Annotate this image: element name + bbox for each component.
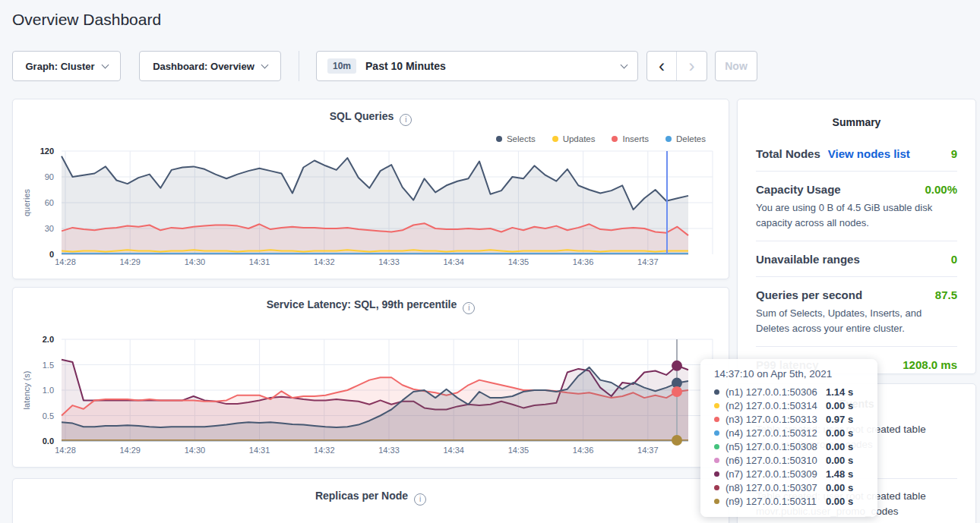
- svg-text:0.0: 0.0: [43, 436, 54, 446]
- time-range-picker[interactable]: 10m Past 10 Minutes: [316, 51, 638, 81]
- node-color-dot-icon: [714, 485, 719, 490]
- p99-latency-value: 1208.0 ms: [903, 358, 957, 371]
- now-button-disabled[interactable]: Now: [715, 51, 757, 81]
- qps-caption: Sum of Selects, Updates, Inserts, and De…: [756, 306, 957, 336]
- svg-text:14:36: 14:36: [573, 257, 594, 266]
- chart-hover-tooltip: 14:37:10 on Apr 5th, 2021 (n1) 127.0.0.1…: [700, 359, 877, 517]
- svg-text:14:31: 14:31: [249, 446, 270, 455]
- qps-value: 87.5: [935, 288, 957, 301]
- svg-text:14:35: 14:35: [508, 446, 530, 455]
- svg-text:14:30: 14:30: [185, 446, 206, 455]
- time-range-badge: 10m: [327, 58, 356, 74]
- svg-text:90: 90: [45, 172, 54, 181]
- time-prev-button[interactable]: ‹: [647, 52, 677, 80]
- svg-text:latency (s): latency (s): [22, 371, 31, 410]
- replicas-per-node-chart-title: Replicas per Nodei: [13, 490, 729, 506]
- svg-text:1.0: 1.0: [43, 386, 54, 395]
- dashboard-dropdown[interactable]: Dashboard: Overview: [139, 51, 281, 81]
- svg-text:30: 30: [45, 224, 54, 233]
- summary-row-total-nodes: Total Nodes View nodes list 9: [756, 136, 957, 172]
- svg-text:14:29: 14:29: [119, 257, 141, 266]
- total-nodes-value: 9: [951, 147, 957, 160]
- svg-text:14:33: 14:33: [378, 446, 400, 455]
- qps-label: Queries per second: [756, 288, 862, 301]
- page-title: Overview Dashboard: [12, 11, 161, 29]
- svg-text:14:28: 14:28: [55, 446, 76, 455]
- svg-text:0.5: 0.5: [43, 411, 54, 421]
- sql-queries-chart-card: SQL Queriesi Selects Updates Inserts Del…: [12, 99, 729, 279]
- svg-text:14:34: 14:34: [443, 257, 464, 266]
- tooltip-row-n4: (n4) 127.0.0.1:503120.00 s: [713, 426, 865, 440]
- tooltip-row-n7: (n7) 127.0.0.1:503091.48 s: [713, 467, 865, 480]
- unavailable-ranges-value: 0: [951, 253, 957, 266]
- svg-text:14:29: 14:29: [119, 446, 141, 455]
- svg-text:14:30: 14:30: [185, 257, 206, 266]
- unavailable-ranges-label: Unavailable ranges: [756, 253, 860, 266]
- capacity-usage-value: 0.00%: [925, 183, 957, 196]
- time-range-label: Past 10 Minutes: [365, 60, 446, 72]
- summary-title: Summary: [738, 99, 975, 128]
- svg-text:14:28: 14:28: [55, 257, 76, 266]
- dashboard-dropdown-label: Dashboard: Overview: [153, 61, 254, 72]
- info-icon[interactable]: i: [414, 493, 426, 506]
- node-color-dot-icon: [714, 499, 719, 504]
- time-next-button-disabled[interactable]: ›: [677, 52, 707, 80]
- replicas-per-node-chart-card: Replicas per Nodei: [12, 478, 729, 523]
- view-nodes-list-link[interactable]: View nodes list: [828, 147, 910, 160]
- service-latency-plot[interactable]: 14:2814:2914:3014:3114:3214:3314:3414:35…: [13, 288, 730, 468]
- summary-row-capacity: Capacity Usage 0.00% You are using 0 B o…: [756, 172, 957, 241]
- svg-text:14:34: 14:34: [443, 446, 464, 455]
- summary-row-unavailable-ranges: Unavailable ranges 0: [756, 241, 957, 277]
- summary-panel: Summary Total Nodes View nodes list 9 Ca…: [737, 99, 976, 374]
- svg-text:14:37: 14:37: [637, 257, 659, 266]
- svg-text:0: 0: [49, 250, 54, 259]
- controls-bar: Graph: Cluster Dashboard: Overview 10m P…: [0, 51, 980, 81]
- service-latency-chart-card: Service Latency: SQL, 99th percentilei 1…: [12, 287, 729, 468]
- tooltip-timestamp: 14:37:10 on Apr 5th, 2021: [713, 368, 865, 380]
- svg-text:2.0: 2.0: [43, 335, 54, 344]
- svg-text:1.5: 1.5: [43, 361, 54, 370]
- svg-text:queries: queries: [22, 188, 31, 216]
- svg-text:14:37: 14:37: [637, 446, 659, 455]
- node-color-dot-icon: [714, 389, 719, 395]
- total-nodes-label: Total Nodes: [756, 147, 820, 160]
- node-color-dot-icon: [714, 430, 719, 436]
- node-color-dot-icon: [714, 403, 719, 408]
- svg-text:120: 120: [40, 147, 54, 156]
- graph-dropdown[interactable]: Graph: Cluster: [12, 51, 121, 81]
- chevron-down-icon: [101, 61, 109, 68]
- overview-dashboard-page: Overview Dashboard Graph: Cluster Dashbo…: [0, 0, 980, 523]
- node-color-dot-icon: [714, 444, 719, 449]
- node-color-dot-icon: [714, 458, 719, 463]
- svg-text:14:32: 14:32: [314, 446, 335, 455]
- capacity-usage-caption: You are using 0 B of 4.5 GiB usable disk…: [756, 200, 957, 230]
- controls-divider: [299, 51, 299, 81]
- capacity-usage-label: Capacity Usage: [756, 183, 841, 196]
- graph-dropdown-label: Graph: Cluster: [25, 61, 94, 72]
- svg-text:14:31: 14:31: [249, 257, 270, 266]
- tooltip-row-n5: (n5) 127.0.0.1:503080.00 s: [713, 440, 865, 453]
- tooltip-row-n6: (n6) 127.0.0.1:503100.00 s: [713, 453, 865, 467]
- chevron-down-icon: [261, 61, 268, 68]
- tooltip-row-n1: (n1) 127.0.0.1:503061.14 s: [713, 385, 865, 399]
- tooltip-row-n9: (n9) 127.0.0.1:503110.00 s: [713, 494, 865, 508]
- svg-text:14:33: 14:33: [378, 257, 400, 266]
- svg-text:60: 60: [45, 198, 54, 207]
- time-nav-group: ‹ ›: [646, 51, 707, 81]
- tooltip-row-n3: (n3) 127.0.0.1:503130.97 s: [713, 412, 865, 426]
- node-color-dot-icon: [714, 417, 719, 422]
- node-color-dot-icon: [714, 471, 719, 477]
- tooltip-row-n2: (n2) 127.0.0.1:503140.00 s: [713, 399, 865, 412]
- chevron-down-icon: [621, 61, 628, 68]
- svg-text:14:35: 14:35: [508, 257, 530, 266]
- svg-text:14:32: 14:32: [314, 257, 335, 266]
- summary-row-qps: Queries per second 87.5 Sum of Selects, …: [756, 277, 957, 347]
- sql-queries-plot[interactable]: 14:2814:2914:3014:3114:3214:3314:3414:35…: [13, 99, 730, 280]
- tooltip-row-n8: (n8) 127.0.0.1:503070.00 s: [713, 480, 865, 494]
- svg-text:14:36: 14:36: [573, 446, 594, 455]
